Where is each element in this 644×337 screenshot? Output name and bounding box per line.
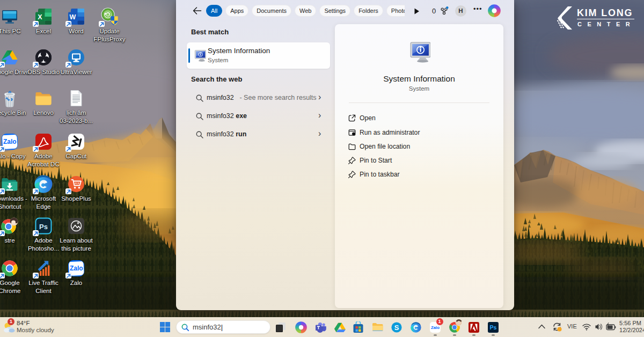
svg-text:Ps: Ps: [490, 324, 497, 331]
svg-text:X: X: [38, 13, 42, 21]
svg-text:Zalo: Zalo: [431, 325, 440, 330]
svg-text:Zalo: Zalo: [70, 265, 83, 272]
svg-text:W: W: [70, 13, 76, 21]
svg-text:Zalo: Zalo: [3, 138, 17, 145]
svg-text:S: S: [394, 324, 399, 332]
svg-text:Ps: Ps: [39, 223, 48, 231]
